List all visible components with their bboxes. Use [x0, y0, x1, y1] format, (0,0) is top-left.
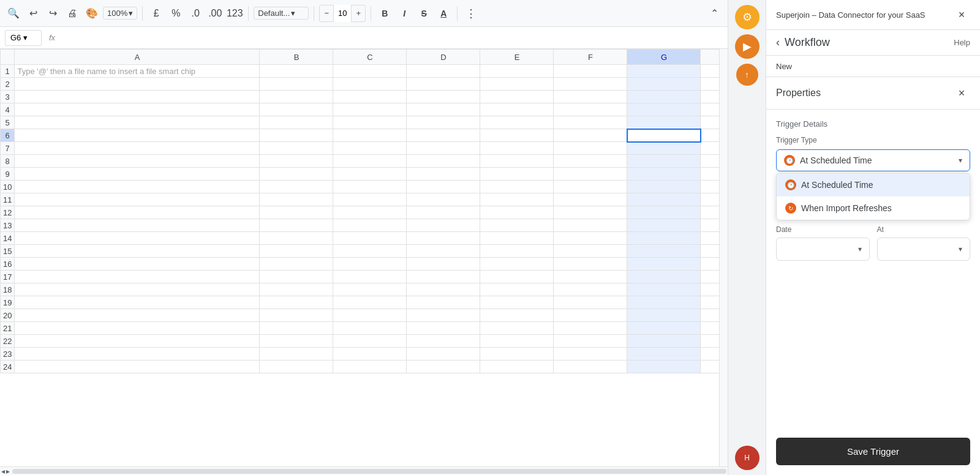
cell-H20[interactable] — [701, 309, 719, 322]
cell-C16[interactable] — [333, 258, 407, 271]
cell-G12[interactable] — [627, 206, 701, 219]
arrow-sidebar-icon[interactable]: ▶ — [735, 34, 760, 59]
cell-C1[interactable] — [333, 65, 407, 78]
italic-button[interactable]: I — [396, 5, 413, 22]
cell-H6[interactable] — [701, 129, 719, 142]
trigger-option-import[interactable]: ↻ When Import Refreshes — [777, 196, 970, 220]
cell-B10[interactable] — [260, 181, 333, 193]
cell-D8[interactable] — [407, 155, 480, 168]
cell-E5[interactable] — [480, 116, 554, 129]
save-trigger-button[interactable]: Save Trigger — [776, 438, 970, 465]
font-size-decrease-button[interactable]: − — [320, 5, 333, 22]
cell-C23[interactable] — [333, 348, 407, 361]
home-sidebar-icon[interactable]: H — [735, 446, 760, 470]
sheet-nav-right-icon[interactable]: ▸ — [6, 467, 10, 476]
trigger-option-scheduled[interactable]: 🕐 At Scheduled Time — [777, 173, 970, 196]
cell-F18[interactable] — [554, 283, 627, 296]
cell-B16[interactable] — [260, 258, 333, 271]
cell-G18[interactable] — [627, 283, 701, 296]
cell-A11[interactable] — [15, 193, 260, 206]
cell-C20[interactable] — [333, 309, 407, 322]
cell-A14[interactable] — [15, 232, 260, 245]
cell-H18[interactable] — [701, 283, 719, 296]
cell-E19[interactable] — [480, 296, 554, 309]
cell-D6[interactable] — [407, 129, 480, 142]
superjoin-close-button[interactable]: × — [953, 6, 970, 23]
cell-A19[interactable] — [15, 296, 260, 309]
cell-C5[interactable] — [333, 116, 407, 129]
cell-H3[interactable] — [701, 91, 719, 103]
cell-F6[interactable] — [554, 129, 627, 142]
cell-F5[interactable] — [554, 116, 627, 129]
print-icon[interactable]: 🖨 — [64, 5, 81, 22]
cell-D23[interactable] — [407, 348, 480, 361]
cell-F7[interactable] — [554, 142, 627, 155]
cell-C14[interactable] — [333, 232, 407, 245]
cell-B21[interactable] — [260, 322, 333, 335]
cell-F9[interactable] — [554, 168, 627, 181]
cell-A4[interactable] — [15, 103, 260, 116]
currency-icon[interactable]: £ — [148, 5, 165, 22]
cell-C24[interactable] — [333, 361, 407, 373]
cell-B22[interactable] — [260, 335, 333, 348]
cell-F12[interactable] — [554, 206, 627, 219]
cell-G3[interactable] — [627, 91, 701, 103]
cell-E21[interactable] — [480, 322, 554, 335]
cell-E20[interactable] — [480, 309, 554, 322]
cell-B23[interactable] — [260, 348, 333, 361]
cell-C22[interactable] — [333, 335, 407, 348]
cell-D3[interactable] — [407, 91, 480, 103]
col-header-d[interactable]: D — [407, 50, 480, 65]
cell-B24[interactable] — [260, 361, 333, 373]
cell-C15[interactable] — [333, 245, 407, 258]
cell-G14[interactable] — [627, 232, 701, 245]
cell-A21[interactable] — [15, 322, 260, 335]
cell-H2[interactable] — [701, 78, 719, 91]
cell-G11[interactable] — [627, 193, 701, 206]
cell-G2[interactable] — [627, 78, 701, 91]
cell-H10[interactable] — [701, 181, 719, 193]
cell-G17[interactable] — [627, 271, 701, 283]
cell-G9[interactable] — [627, 168, 701, 181]
col-header-h[interactable]: H — [701, 50, 719, 65]
cell-H21[interactable] — [701, 322, 719, 335]
cell-F21[interactable] — [554, 322, 627, 335]
cell-D7[interactable] — [407, 142, 480, 155]
cell-B2[interactable] — [260, 78, 333, 91]
cell-E16[interactable] — [480, 258, 554, 271]
cell-E10[interactable] — [480, 181, 554, 193]
cell-H9[interactable] — [701, 168, 719, 181]
cell-F17[interactable] — [554, 271, 627, 283]
cell-B9[interactable] — [260, 168, 333, 181]
cell-D20[interactable] — [407, 309, 480, 322]
cell-F10[interactable] — [554, 181, 627, 193]
cell-C10[interactable] — [333, 181, 407, 193]
cell-C19[interactable] — [333, 296, 407, 309]
cell-C13[interactable] — [333, 219, 407, 232]
cell-C7[interactable] — [333, 142, 407, 155]
cell-B17[interactable] — [260, 271, 333, 283]
number-format-icon[interactable]: 123 — [226, 5, 243, 22]
cell-D4[interactable] — [407, 103, 480, 116]
cell-H4[interactable] — [701, 103, 719, 116]
cell-E14[interactable] — [480, 232, 554, 245]
cell-G19[interactable] — [627, 296, 701, 309]
cell-H15[interactable] — [701, 245, 719, 258]
strikethrough-button[interactable]: S — [415, 5, 432, 22]
properties-close-button[interactable]: × — [953, 84, 970, 102]
cell-B4[interactable] — [260, 103, 333, 116]
cell-C2[interactable] — [333, 78, 407, 91]
cell-C3[interactable] — [333, 91, 407, 103]
cell-H7[interactable] — [701, 142, 719, 155]
paint-format-icon[interactable]: 🎨 — [83, 5, 100, 22]
cell-G20[interactable] — [627, 309, 701, 322]
cell-F4[interactable] — [554, 103, 627, 116]
col-header-b[interactable]: B — [260, 50, 333, 65]
horizontal-scrollbar-track[interactable] — [12, 469, 726, 474]
cell-F22[interactable] — [554, 335, 627, 348]
vertical-scrollbar[interactable] — [719, 49, 728, 466]
decimal-increase-icon[interactable]: .00 — [206, 5, 224, 22]
cell-B3[interactable] — [260, 91, 333, 103]
cell-F2[interactable] — [554, 78, 627, 91]
cell-G22[interactable] — [627, 335, 701, 348]
